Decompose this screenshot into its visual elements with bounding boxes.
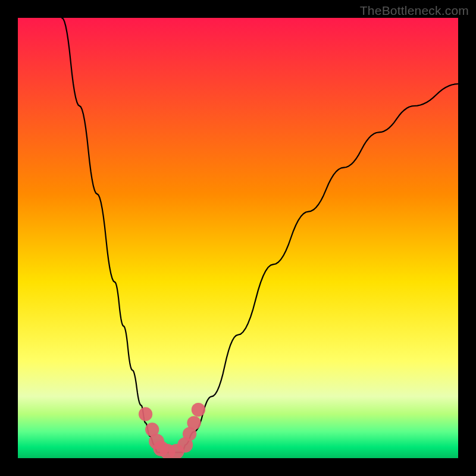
chart-svg xyxy=(18,18,458,458)
chart-frame: TheBottleneck.com xyxy=(0,0,476,476)
data-marker xyxy=(139,407,152,421)
gradient-background xyxy=(18,18,458,458)
data-marker xyxy=(187,416,201,430)
plot-area xyxy=(18,18,458,458)
watermark-text: TheBottleneck.com xyxy=(360,4,469,18)
data-marker xyxy=(192,403,205,416)
